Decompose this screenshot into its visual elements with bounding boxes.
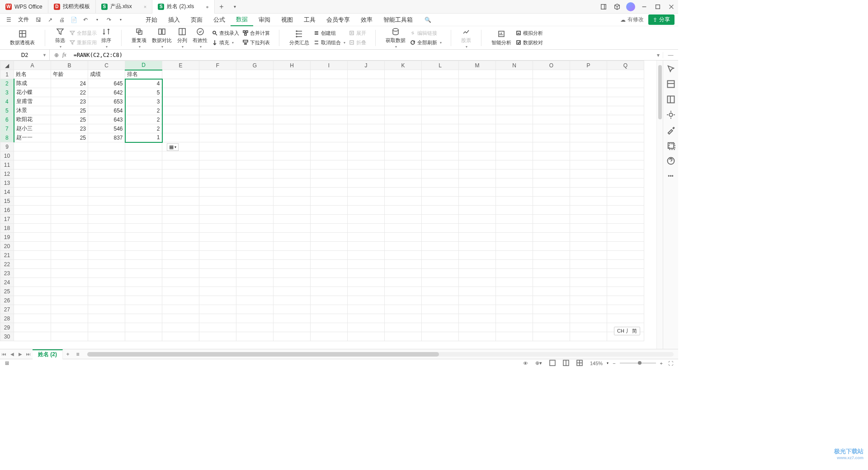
cell[interactable] bbox=[607, 278, 644, 287]
cell[interactable] bbox=[385, 133, 422, 142]
cell[interactable] bbox=[496, 151, 533, 160]
cell[interactable] bbox=[88, 323, 125, 332]
cell[interactable] bbox=[533, 287, 570, 296]
sort-button[interactable]: 排序 bbox=[99, 26, 114, 50]
cell[interactable] bbox=[199, 70, 236, 79]
cell[interactable] bbox=[125, 287, 162, 296]
menu-tab[interactable]: 公式 bbox=[208, 14, 231, 26]
cell[interactable] bbox=[348, 305, 385, 314]
cell[interactable] bbox=[348, 296, 385, 305]
cell[interactable] bbox=[459, 323, 496, 332]
cell[interactable] bbox=[274, 269, 311, 278]
column-header[interactable]: N bbox=[496, 61, 533, 70]
cell[interactable] bbox=[236, 242, 274, 251]
status-menu-icon[interactable]: ⊞ bbox=[4, 360, 10, 366]
cell[interactable] bbox=[274, 179, 311, 188]
cell[interactable] bbox=[199, 260, 236, 269]
row-header[interactable]: 23 bbox=[0, 269, 14, 278]
cell[interactable] bbox=[348, 278, 385, 287]
fullscreen-icon[interactable]: ⛶ bbox=[667, 361, 675, 366]
cell[interactable] bbox=[459, 197, 496, 206]
cell[interactable] bbox=[236, 314, 274, 323]
cell[interactable] bbox=[162, 115, 199, 124]
cell[interactable] bbox=[274, 79, 311, 88]
cell[interactable] bbox=[570, 97, 607, 106]
cell[interactable] bbox=[125, 233, 162, 242]
cell[interactable] bbox=[51, 251, 88, 260]
cell[interactable] bbox=[199, 305, 236, 314]
cell[interactable] bbox=[385, 323, 422, 332]
cell[interactable] bbox=[162, 332, 199, 341]
cell[interactable] bbox=[162, 124, 199, 133]
row-header[interactable]: 24 bbox=[0, 278, 14, 287]
smart-analysis-button[interactable]: 智能分析 bbox=[489, 28, 514, 47]
cell[interactable] bbox=[51, 296, 88, 305]
cell[interactable] bbox=[459, 151, 496, 160]
cell[interactable] bbox=[51, 260, 88, 269]
cell[interactable]: 2 bbox=[125, 115, 162, 124]
cell[interactable] bbox=[125, 278, 162, 287]
formula-input[interactable] bbox=[71, 52, 654, 58]
cell[interactable]: 3 bbox=[125, 97, 162, 106]
cell[interactable] bbox=[88, 332, 125, 341]
cell[interactable] bbox=[459, 233, 496, 242]
cell[interactable] bbox=[51, 269, 88, 278]
cell[interactable] bbox=[459, 142, 496, 151]
title-tab[interactable]: S产品.xlsx× bbox=[96, 0, 152, 14]
cell[interactable] bbox=[533, 70, 570, 79]
cell[interactable] bbox=[199, 188, 236, 197]
cell[interactable] bbox=[422, 133, 459, 142]
cell[interactable] bbox=[533, 79, 570, 88]
row-header[interactable]: 15 bbox=[0, 197, 14, 206]
menu-tab[interactable]: 会员专享 bbox=[321, 14, 355, 26]
cell[interactable] bbox=[199, 160, 236, 169]
cell[interactable] bbox=[311, 314, 348, 323]
cell[interactable] bbox=[199, 88, 236, 97]
sidepanel-more-icon[interactable]: ••• bbox=[666, 172, 675, 181]
cell[interactable] bbox=[162, 287, 199, 296]
cell[interactable] bbox=[236, 215, 274, 224]
cell[interactable] bbox=[51, 215, 88, 224]
cell[interactable] bbox=[422, 97, 459, 106]
cell[interactable] bbox=[459, 278, 496, 287]
cell[interactable] bbox=[162, 97, 199, 106]
cell[interactable] bbox=[88, 242, 125, 251]
cell[interactable] bbox=[422, 260, 459, 269]
group-button[interactable]: 创建组 bbox=[312, 29, 347, 38]
cell[interactable] bbox=[162, 278, 199, 287]
cell[interactable] bbox=[162, 242, 199, 251]
cell[interactable] bbox=[533, 124, 570, 133]
cell[interactable] bbox=[274, 88, 311, 97]
cell[interactable] bbox=[88, 251, 125, 260]
cell[interactable] bbox=[607, 160, 644, 169]
cell[interactable] bbox=[162, 133, 199, 142]
row-header[interactable]: 8 bbox=[0, 133, 14, 142]
column-header[interactable]: G bbox=[236, 61, 274, 70]
cell[interactable] bbox=[14, 287, 51, 296]
column-header[interactable]: Q bbox=[607, 61, 644, 70]
cell[interactable] bbox=[533, 151, 570, 160]
cell[interactable] bbox=[162, 160, 199, 169]
name-box-input[interactable] bbox=[7, 52, 43, 58]
cell[interactable] bbox=[236, 260, 274, 269]
cell[interactable] bbox=[607, 151, 644, 160]
cell[interactable] bbox=[422, 106, 459, 115]
cell[interactable] bbox=[236, 206, 274, 215]
zoom-slider[interactable] bbox=[620, 362, 656, 364]
cell[interactable] bbox=[459, 179, 496, 188]
view-normal-icon[interactable] bbox=[548, 360, 557, 367]
cell[interactable] bbox=[385, 160, 422, 169]
window-close-button[interactable] bbox=[665, 0, 678, 14]
cell[interactable]: 546 bbox=[88, 124, 125, 133]
cell[interactable] bbox=[311, 332, 348, 341]
cell[interactable] bbox=[14, 233, 51, 242]
cell[interactable] bbox=[348, 70, 385, 79]
menu-tab[interactable]: 开始 bbox=[140, 14, 163, 26]
cell[interactable]: 赵小三 bbox=[14, 124, 51, 133]
cell[interactable] bbox=[422, 160, 459, 169]
cell[interactable]: 成绩 bbox=[88, 70, 125, 79]
formula-expand-icon[interactable]: ▾ bbox=[654, 52, 663, 58]
cell[interactable] bbox=[570, 224, 607, 233]
duplicates-button[interactable]: 重复项 bbox=[129, 26, 149, 50]
cell[interactable] bbox=[51, 151, 88, 160]
